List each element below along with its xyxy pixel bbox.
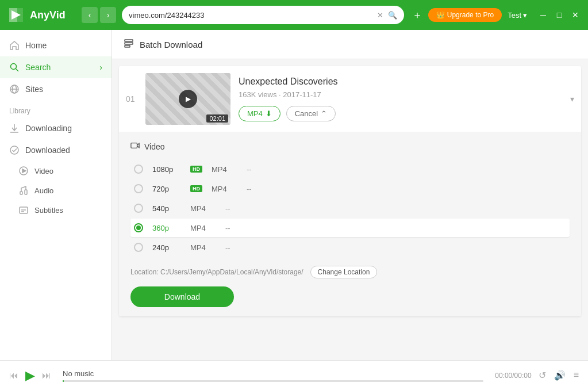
subtitles-label: Subtitles: [34, 206, 63, 215]
downloaded-icon: [9, 145, 20, 155]
url-bar[interactable]: vimeo.com/243244233 ✕ 🔍: [122, 6, 404, 24]
add-tab-button[interactable]: ＋: [412, 8, 422, 22]
video-info: Unexpected Discoveries 163K views · 2017…: [239, 77, 562, 121]
prev-button[interactable]: ⏮: [9, 370, 18, 381]
quality-size-540p: --: [225, 204, 230, 213]
url-text: vimeo.com/243244233: [129, 11, 372, 20]
sidebar-item-downloading[interactable]: Downloading: [0, 117, 112, 139]
quality-format-540p: MP4: [190, 204, 216, 213]
batch-download-header: Batch Download: [112, 30, 588, 59]
downloading-label: Downloading: [25, 124, 72, 133]
hd-badge-1080p: HD: [190, 166, 202, 173]
batch-icon: [124, 38, 134, 51]
subtitles-icon: [18, 205, 29, 215]
collapse-icon[interactable]: ▾: [570, 94, 574, 104]
progress-bar[interactable]: [63, 380, 483, 382]
user-chevron-icon: ▾: [523, 11, 527, 20]
duration-badge: 02:01: [206, 114, 228, 123]
quality-name-720p: 720p: [152, 185, 181, 193]
quality-list: 1080p HD MP4 -- 720p HD MP4 --: [130, 160, 570, 257]
quality-format-1080p: MP4: [212, 165, 237, 174]
svg-rect-18: [125, 43, 133, 44]
sidebar-item-home[interactable]: Home: [0, 35, 112, 56]
back-button[interactable]: ‹: [82, 7, 98, 23]
radio-360p[interactable]: [134, 223, 143, 232]
quality-row-720p[interactable]: 720p HD MP4 --: [130, 179, 570, 198]
video-section-label: Video: [144, 142, 165, 151]
quality-name-360p: 360p: [152, 224, 181, 232]
forward-button[interactable]: ›: [100, 7, 116, 23]
volume-icon[interactable]: 🔊: [554, 370, 566, 381]
radio-540p[interactable]: [134, 204, 143, 213]
maximize-button[interactable]: □: [554, 10, 565, 20]
change-location-button[interactable]: Change Location: [310, 266, 378, 278]
quality-row-240p[interactable]: 240p MP4 --: [130, 238, 570, 257]
close-button[interactable]: ✕: [570, 10, 581, 20]
quality-row-1080p[interactable]: 1080p HD MP4 --: [130, 160, 570, 178]
user-menu[interactable]: Test ▾: [508, 11, 527, 20]
url-close-icon[interactable]: ✕: [377, 11, 383, 20]
sidebar-item-sites[interactable]: Sites: [0, 78, 112, 100]
cancel-chevron-icon: ⌃: [321, 109, 327, 118]
radio-1080p[interactable]: [134, 165, 143, 174]
video-number: 01: [126, 94, 137, 104]
library-label: Library: [0, 100, 112, 117]
sites-label: Sites: [25, 85, 43, 94]
svg-rect-17: [125, 40, 133, 41]
downloaded-label: Downloaded: [25, 146, 70, 155]
video-thumbnail: ▶ 02:01: [145, 73, 230, 125]
main-layout: Home Search › Sites Library: [0, 30, 588, 360]
video-title: Unexpected Discoveries: [239, 77, 562, 87]
app-title: AnyVid: [30, 9, 66, 21]
svg-rect-19: [125, 45, 130, 47]
mp4-button[interactable]: MP4 ⬇: [239, 106, 280, 121]
sidebar-item-subtitles[interactable]: Subtitles: [0, 200, 112, 220]
nav-arrows: ‹ ›: [82, 7, 116, 23]
home-icon: [9, 40, 20, 51]
logo-icon: [7, 6, 25, 24]
quality-name-240p: 240p: [152, 243, 181, 252]
radio-720p[interactable]: [134, 184, 143, 193]
cancel-button[interactable]: Cancel ⌃: [286, 106, 336, 121]
location-text: Location: C:/Users/Jemy/AppData/Local/An…: [130, 268, 303, 276]
audio-label: Audio: [34, 186, 53, 195]
crown-icon: 👑: [436, 11, 445, 19]
sites-icon: [9, 84, 20, 94]
svg-point-9: [10, 146, 18, 154]
location-row: Location: C:/Users/Jemy/AppData/Local/An…: [130, 266, 570, 278]
quality-format-240p: MP4: [190, 243, 216, 252]
quality-row-360p[interactable]: 360p MP4 --: [130, 219, 570, 237]
quality-size-360p: --: [225, 224, 230, 232]
quality-row-540p[interactable]: 540p MP4 --: [130, 199, 570, 217]
sidebar-item-audio[interactable]: Audio: [0, 181, 112, 200]
sidebar-item-search[interactable]: Search ›: [0, 56, 112, 78]
sidebar-item-downloaded[interactable]: Downloaded: [0, 139, 112, 161]
next-button[interactable]: ⏭: [42, 370, 51, 381]
quality-size-1080p: --: [247, 165, 252, 174]
audio-icon: [18, 185, 29, 196]
play-button[interactable]: ▶: [25, 368, 35, 383]
downloading-icon: [9, 123, 20, 133]
upgrade-button[interactable]: 👑 Upgrade to Pro: [428, 8, 502, 22]
sidebar-item-video[interactable]: Video: [0, 161, 112, 181]
player-time: 00:00/00:00: [495, 372, 531, 380]
progress-fill: [63, 380, 64, 382]
quality-format-720p: MP4: [212, 185, 237, 193]
logo-area: AnyVid: [7, 6, 76, 24]
repeat-icon[interactable]: ↺: [539, 370, 546, 381]
svg-line-4: [16, 69, 19, 72]
user-name: Test: [508, 11, 521, 20]
url-search-icon[interactable]: 🔍: [388, 11, 397, 20]
video-actions: MP4 ⬇ Cancel ⌃: [239, 106, 562, 121]
radio-240p[interactable]: [134, 243, 143, 252]
video-section-icon: [130, 141, 140, 152]
video-header: 01 ▶ 02:01 Unexpected Discoveries 163K v…: [119, 66, 581, 132]
bottom-player: ⏮ ▶ ⏭ No music 00:00/00:00 ↺ 🔊 ≡: [0, 360, 588, 390]
quality-name-1080p: 1080p: [152, 165, 181, 174]
minimize-button[interactable]: ─: [537, 10, 549, 20]
play-overlay-icon[interactable]: ▶: [179, 90, 197, 108]
download-button[interactable]: Download: [130, 286, 234, 307]
playlist-icon[interactable]: ≡: [574, 370, 579, 381]
player-extra-controls: ↺ 🔊 ≡: [539, 370, 579, 381]
search-label: Search: [25, 63, 51, 72]
